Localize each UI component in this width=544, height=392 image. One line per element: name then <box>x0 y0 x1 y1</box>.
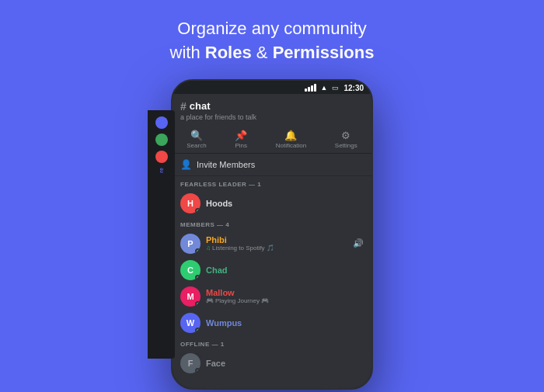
avatar: M <box>180 286 201 307</box>
channel-toolbar: 🔍 Search 📌 Pins 🔔 Notification ⚙ Setting… <box>173 126 371 154</box>
sidebar-peek: re <box>148 110 175 359</box>
hash-icon: # <box>180 100 187 113</box>
settings-button[interactable]: ⚙ Settings <box>335 130 357 149</box>
member-info: Face <box>206 359 364 368</box>
invite-members-button[interactable]: 👤 Invite Members <box>173 154 371 176</box>
status-bar: ▲ ▭ 12:30 <box>173 81 371 94</box>
channel-name: # chat <box>180 100 364 113</box>
member-activity: 🎮 Playing Journey 🎮 <box>206 297 364 304</box>
status-indicator <box>195 301 201 307</box>
status-indicator <box>195 275 201 280</box>
member-info: Phibi ♫ Listening to Spotify 🎵 <box>206 235 347 252</box>
avatar: P <box>180 234 201 254</box>
avatar: W <box>180 313 201 333</box>
list-item[interactable]: P Phibi ♫ Listening to Spotify 🎵 🔊 <box>173 231 371 257</box>
list-item[interactable]: C Chad <box>173 257 371 283</box>
signal-icon <box>305 84 316 92</box>
list-item[interactable]: W Wumpus <box>173 310 371 336</box>
phone-mockup: re ▲ ▭ 12:30 # chat a place for friends … <box>171 79 373 390</box>
member-info: Chad <box>206 265 364 275</box>
member-info: Wumpus <box>206 318 364 328</box>
member-name: Wumpus <box>206 318 364 328</box>
peek-label: re <box>159 168 164 173</box>
member-name: Face <box>206 359 364 368</box>
battery-icon: ▭ <box>332 84 339 92</box>
status-indicator <box>195 248 201 254</box>
member-name: Mallow <box>206 288 364 297</box>
list-item[interactable]: H Hoods <box>173 190 371 217</box>
pins-icon: 📌 <box>235 130 247 140</box>
section-header-members: MEMBERS — 4 <box>173 217 371 231</box>
list-item[interactable]: F Face <box>173 350 371 376</box>
search-button[interactable]: 🔍 Search <box>187 130 206 149</box>
server-icon[interactable] <box>155 116 168 129</box>
avatar: F <box>180 353 201 373</box>
clock: 12:30 <box>343 84 364 92</box>
member-info: Mallow 🎮 Playing Journey 🎮 <box>206 288 364 304</box>
server-icon-3[interactable] <box>155 151 168 163</box>
avatar: H <box>180 193 201 213</box>
search-icon: 🔍 <box>190 130 203 140</box>
phone-screen: ▲ ▭ 12:30 # chat a place for friends to … <box>171 79 373 390</box>
avatar: C <box>180 260 201 280</box>
members-panel: 👤 Invite Members FEARLESS LEADER — 1 H H… <box>173 154 371 388</box>
invite-icon: 👤 <box>180 159 192 170</box>
status-indicator <box>195 208 201 213</box>
spotify-icon: ♫ <box>206 245 211 252</box>
wifi-icon: ▲ <box>321 84 328 92</box>
status-indicator <box>195 328 201 333</box>
member-activity: ♫ Listening to Spotify 🎵 <box>206 245 347 252</box>
headline: Organize any community with Roles & Perm… <box>170 17 375 65</box>
server-icon-2[interactable] <box>155 134 168 146</box>
notification-button[interactable]: 🔔 Notification <box>276 130 307 149</box>
voice-icon: 🔊 <box>353 238 364 248</box>
settings-icon: ⚙ <box>341 130 350 140</box>
section-header-leader: FEARLESS LEADER — 1 <box>173 176 371 190</box>
status-indicator <box>195 368 201 373</box>
member-name: Hoods <box>206 199 364 208</box>
member-name: Chad <box>206 265 364 275</box>
pins-button[interactable]: 📌 Pins <box>235 130 247 149</box>
section-header-offline: OFFLINE — 1 <box>173 336 371 350</box>
list-item[interactable]: M Mallow 🎮 Playing Journey 🎮 <box>173 283 371 310</box>
member-name: Phibi <box>206 235 347 245</box>
notification-icon: 🔔 <box>284 130 297 140</box>
member-info: Hoods <box>206 199 364 208</box>
channel-description: a place for friends to talk <box>180 113 364 121</box>
channel-header: # chat a place for friends to talk <box>173 94 371 126</box>
